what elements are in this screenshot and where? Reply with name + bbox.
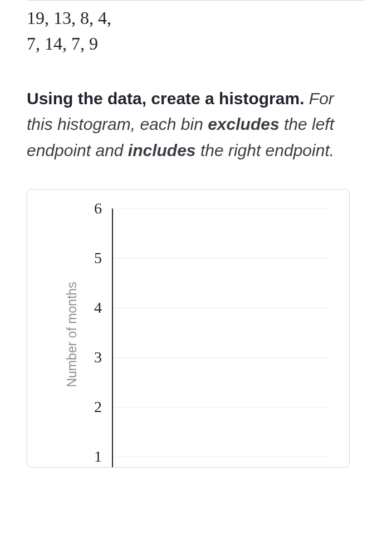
ytick-5: 5 (94, 249, 112, 267)
gridline-2 (113, 407, 328, 408)
gridline-4 (113, 308, 328, 308)
question-prompt: Using the data, create a histogram. For … (27, 86, 361, 164)
ytick-2: 2 (94, 398, 112, 416)
ytick-3: 3 (94, 348, 112, 366)
data-values: 19, 13, 8, 4, 7, 14, 7, 9 (27, 5, 365, 57)
gridline-5 (113, 258, 328, 259)
prompt-lead: Using the data, create a histogram. (27, 89, 304, 108)
gridline-1 (113, 457, 328, 457)
prompt-excludes: excludes (208, 115, 279, 133)
top-divider (27, 0, 365, 1)
prompt-includes: includes (128, 141, 196, 159)
y-axis-label: Number of months (65, 282, 80, 387)
ytick-6: 6 (94, 200, 112, 217)
histogram-chart[interactable]: Number of months 6 5 4 3 2 1 (27, 189, 350, 468)
gridline-3 (113, 357, 328, 358)
data-line-1: 19, 13, 8, 4, (27, 5, 365, 31)
ytick-1: 1 (94, 448, 112, 466)
plot-area[interactable]: 6 5 4 3 2 1 (112, 209, 328, 457)
gridline-6 (113, 209, 328, 209)
prompt-tail-post: the right endpoint. (196, 141, 335, 159)
y-axis-line (112, 209, 113, 468)
ytick-4: 4 (94, 299, 112, 317)
data-line-2: 7, 14, 7, 9 (27, 31, 365, 56)
